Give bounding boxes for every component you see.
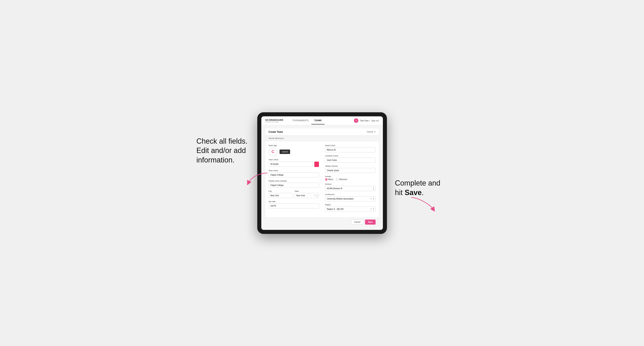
region-select[interactable]: Region II - (M) DIII xyxy=(325,207,376,212)
color-swatch xyxy=(314,162,319,167)
conference-label: Conference xyxy=(325,193,376,195)
gender-group: Gender Mens Womens xyxy=(325,175,376,181)
radio-mens-circle xyxy=(325,178,328,181)
form-body: Team logo C Upload Team colour xyxy=(266,141,379,217)
display-name-label: Display name (unique) xyxy=(268,180,319,182)
team-name-group: Team name xyxy=(268,170,319,177)
cancel-button[interactable]: Cancel xyxy=(351,219,364,225)
radio-mens[interactable]: Mens xyxy=(325,178,333,181)
app-logo: SCOREBOARD Powered by clippd xyxy=(266,119,284,123)
form-footer: Cancel Save xyxy=(266,217,379,227)
state-clear-icon[interactable]: ✕ xyxy=(314,194,316,196)
head-coach-input[interactable] xyxy=(325,147,376,152)
athletic-director-input[interactable] xyxy=(325,168,376,173)
radio-womens-circle xyxy=(336,178,338,181)
logo-area: C Upload xyxy=(268,147,319,156)
create-team-header: Create Team Cancel ✕ xyxy=(266,129,379,136)
region-select-wrapper: Region II - (M) DIII ✕ ▲▼ xyxy=(325,207,376,212)
city-input[interactable] xyxy=(268,193,293,198)
state-select-wrapper: New York ✕ ▲▼ xyxy=(294,193,319,198)
logo-sub: Powered by clippd xyxy=(266,121,284,123)
display-name-input[interactable] xyxy=(268,183,319,188)
city-state-group: City State New York ✕ xyxy=(268,190,319,198)
color-input-row xyxy=(268,162,319,167)
team-logo-label: Team logo xyxy=(268,145,319,147)
arrow-left-icon xyxy=(247,171,270,185)
assistant-coach-label: Assistant Coach xyxy=(325,155,376,157)
team-colour-group: Team colour xyxy=(268,159,319,167)
page-title: Create Team xyxy=(268,131,283,133)
radio-womens[interactable]: Womens xyxy=(336,178,347,181)
left-column: Team logo C Upload Team colour xyxy=(268,145,319,214)
division-select-wrapper: NCAA Division III ▲▼ xyxy=(325,186,376,191)
head-coach-group: Head Coach xyxy=(325,145,376,152)
gender-label: Gender xyxy=(325,175,376,177)
head-coach-label: Head Coach xyxy=(325,145,376,147)
conference-select[interactable]: University Athletic Association xyxy=(325,196,376,201)
conference-clear-icon[interactable]: ✕ xyxy=(370,198,372,200)
athletic-director-group: Athletic Director xyxy=(325,165,376,173)
city-group: City xyxy=(268,190,293,198)
save-button[interactable]: Save xyxy=(365,219,376,225)
main-content: Create Team Cancel ✕ TEAM DETAILS xyxy=(261,125,383,230)
annotation-left: Check all fields. Edit and/or add inform… xyxy=(196,137,249,165)
gender-radio-group: Mens Womens xyxy=(325,178,376,181)
team-colour-input[interactable] xyxy=(268,162,313,167)
zip-label: Zip code xyxy=(268,200,319,202)
nav-tabs: TOURNAMENTS TEAMS xyxy=(290,117,354,124)
cancel-header-button[interactable]: Cancel ✕ xyxy=(367,131,376,133)
tablet-screen: SCOREBOARD Powered by clippd TOURNAMENTS… xyxy=(261,116,383,230)
conference-group: Conference University Athletic Associati… xyxy=(325,193,376,201)
sign-out-link[interactable]: Sign out xyxy=(371,120,379,122)
city-label: City xyxy=(268,190,293,192)
team-name-label: Team name xyxy=(268,170,319,172)
conference-select-wrapper: University Athletic Association ✕ ▲▼ xyxy=(325,196,376,201)
upload-button[interactable]: Upload xyxy=(280,150,290,154)
assistant-coach-group: Assistant Coach xyxy=(325,155,376,163)
radio-mens-label: Mens xyxy=(328,178,333,180)
zip-input[interactable] xyxy=(268,203,319,208)
avatar: T xyxy=(354,118,358,123)
tablet-frame: SCOREBOARD Powered by clippd TOURNAMENTS… xyxy=(257,112,387,234)
athletic-director-label: Athletic Director xyxy=(325,165,376,167)
division-group: Division NCAA Division III ▲▼ xyxy=(325,183,376,191)
team-colour-label: Team colour xyxy=(268,159,319,161)
form-container: TEAM DETAILS Team logo C Upload xyxy=(266,136,379,227)
team-name-input[interactable] xyxy=(268,173,319,177)
region-label: Region xyxy=(325,204,376,206)
nav-user-area: T Test User | Sign out xyxy=(354,118,378,123)
user-label: Test User | xyxy=(360,120,370,122)
section-header: TEAM DETAILS xyxy=(266,136,379,141)
region-clear-icon[interactable]: ✕ xyxy=(370,208,372,210)
logo-circle: C xyxy=(268,147,278,156)
team-logo-group: Team logo C Upload xyxy=(268,145,319,156)
radio-womens-label: Womens xyxy=(339,178,347,180)
division-select[interactable]: NCAA Division III xyxy=(325,186,376,191)
zip-group: Zip code xyxy=(268,200,319,208)
nav-bar: SCOREBOARD Powered by clippd TOURNAMENTS… xyxy=(261,116,383,125)
display-name-group: Display name (unique) xyxy=(268,180,319,188)
tab-teams[interactable]: TEAMS xyxy=(311,117,324,124)
tab-tournaments[interactable]: TOURNAMENTS xyxy=(290,117,311,124)
state-group: State New York ✕ ▲▼ xyxy=(294,190,319,198)
assistant-coach-input[interactable] xyxy=(325,158,376,163)
state-label: State xyxy=(294,190,319,192)
right-column: Head Coach Assistant Coach Athletic Dire… xyxy=(325,145,376,214)
region-group: Region Region II - (M) DIII ✕ ▲▼ xyxy=(325,204,376,212)
division-label: Division xyxy=(325,183,376,185)
annotation-right: Complete and hit Save. xyxy=(395,178,448,197)
close-icon: ✕ xyxy=(374,131,376,133)
logo-title: SCOREBOARD xyxy=(266,119,284,121)
arrow-right-icon xyxy=(409,195,436,212)
